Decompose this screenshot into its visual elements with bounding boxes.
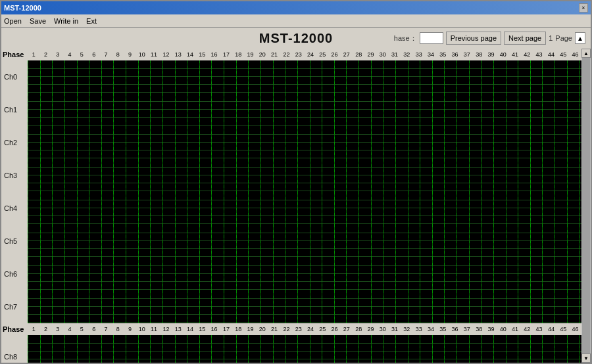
prev-page-button[interactable]: Previous page bbox=[446, 32, 501, 45]
channel-grid bbox=[28, 192, 581, 225]
phase-num: 6 bbox=[87, 51, 99, 58]
phase-num: 18 bbox=[232, 326, 244, 332]
phase-num: 18 bbox=[232, 51, 244, 58]
channel-row: Ch7 bbox=[1, 290, 581, 323]
window-title: MST-12000 bbox=[4, 4, 41, 12]
phase-num: 46 bbox=[569, 51, 581, 58]
menu-ext[interactable]: Ext bbox=[86, 17, 97, 25]
channel-label: Ch1 bbox=[1, 93, 28, 126]
page-number: 1 bbox=[549, 34, 553, 42]
channel-label: Ch3 bbox=[1, 159, 28, 192]
menu-open[interactable]: Open bbox=[4, 17, 22, 25]
phase-num: 33 bbox=[413, 51, 425, 58]
page-spinner[interactable]: ▲ bbox=[575, 32, 585, 44]
phase-num: 42 bbox=[521, 326, 533, 332]
phase-num: 15 bbox=[196, 51, 208, 58]
phase-num: 35 bbox=[437, 326, 449, 332]
phase-num: 15 bbox=[196, 326, 208, 332]
phase-num: 3 bbox=[52, 326, 64, 332]
phase-num: 16 bbox=[208, 51, 220, 58]
channel-row: Ch5 bbox=[1, 225, 581, 258]
phase-num: 46 bbox=[569, 326, 581, 332]
phase-num: 24 bbox=[305, 51, 316, 58]
phase-num: 13 bbox=[172, 51, 184, 58]
phase-label: Phase bbox=[1, 51, 28, 58]
phase-num: 23 bbox=[293, 51, 305, 58]
channel-label: Ch7 bbox=[1, 290, 28, 323]
close-button[interactable]: × bbox=[579, 3, 588, 12]
phase-num: 10 bbox=[136, 326, 148, 332]
channel-row: Ch6 bbox=[1, 258, 581, 290]
phase-num: 16 bbox=[208, 326, 220, 332]
phase-num: 7 bbox=[100, 51, 112, 58]
main-window: MST-12000 × Open Save Write in Ext MST-1… bbox=[0, 0, 592, 364]
phase-num: 17 bbox=[220, 326, 232, 332]
scrollbar[interactable]: ▲ ▼ bbox=[581, 49, 591, 363]
phase-num: 1 bbox=[28, 326, 39, 332]
phase-num: 32 bbox=[401, 51, 412, 58]
phase-num: 4 bbox=[64, 326, 76, 332]
phase-num: 38 bbox=[473, 51, 485, 58]
phase-num: 29 bbox=[364, 326, 376, 332]
channel-grid bbox=[28, 60, 581, 93]
phase-num: 43 bbox=[533, 51, 545, 58]
phase-num: 2 bbox=[39, 326, 51, 332]
channel-label: Ch8 bbox=[1, 335, 28, 363]
phase-num: 24 bbox=[305, 326, 316, 332]
phase-num: 17 bbox=[220, 51, 232, 58]
channel-grid bbox=[28, 335, 581, 363]
phase-num: 8 bbox=[112, 51, 124, 58]
phase-num: 37 bbox=[461, 326, 473, 332]
phase-num: 45 bbox=[557, 326, 569, 332]
main-content: Phase12345678910111213141516171819202122… bbox=[1, 49, 591, 363]
channel-label: Ch0 bbox=[1, 60, 28, 93]
phase-num: 42 bbox=[521, 51, 533, 58]
channel-grid bbox=[28, 225, 581, 258]
phase-num: 41 bbox=[509, 51, 521, 58]
title-bar: MST-12000 × bbox=[1, 1, 591, 14]
phase-num: 33 bbox=[413, 326, 425, 332]
scroll-down-button[interactable]: ▼ bbox=[581, 353, 591, 363]
phase-num: 3 bbox=[52, 51, 64, 58]
channel-row: Ch1 bbox=[1, 93, 581, 126]
phase-num: 30 bbox=[377, 326, 389, 332]
phase-num: 44 bbox=[545, 326, 557, 332]
phase-num: 21 bbox=[268, 51, 280, 58]
menu-save[interactable]: Save bbox=[30, 17, 46, 25]
phase-num: 9 bbox=[124, 326, 136, 332]
phase-num: 25 bbox=[316, 51, 328, 58]
channel-grid bbox=[28, 93, 581, 126]
channel-label: Ch4 bbox=[1, 192, 28, 225]
phase-num: 14 bbox=[184, 326, 196, 332]
phase-num: 19 bbox=[244, 326, 256, 332]
header-row: MST-12000 hase： Previous page Next page … bbox=[1, 28, 591, 49]
hase-input[interactable] bbox=[420, 32, 443, 44]
menu-write-in[interactable]: Write in bbox=[54, 17, 78, 25]
phase-num: 5 bbox=[76, 51, 87, 58]
chart-area[interactable]: Phase12345678910111213141516171819202122… bbox=[1, 49, 581, 363]
scroll-track[interactable] bbox=[582, 58, 590, 353]
phase-num: 9 bbox=[124, 51, 136, 58]
channel-label: Ch6 bbox=[1, 258, 28, 290]
phase-num: 27 bbox=[341, 326, 353, 332]
phase-num: 11 bbox=[148, 51, 160, 58]
phase-num: 21 bbox=[268, 326, 280, 332]
channel-row: Ch8 bbox=[1, 335, 581, 363]
phase-num: 10 bbox=[136, 51, 148, 58]
phase-num: 22 bbox=[280, 51, 292, 58]
scroll-up-button[interactable]: ▲ bbox=[581, 49, 591, 58]
phase-num: 37 bbox=[461, 51, 473, 58]
phase-num: 1 bbox=[28, 51, 39, 58]
phase-num: 20 bbox=[257, 51, 268, 58]
next-page-button[interactable]: Next page bbox=[504, 32, 546, 45]
phase-row: Phase12345678910111213141516171819202122… bbox=[1, 323, 581, 335]
channel-grid bbox=[28, 126, 581, 159]
phase-num: 39 bbox=[485, 326, 497, 332]
phase-num: 41 bbox=[509, 326, 521, 332]
phase-num: 28 bbox=[353, 51, 364, 58]
phase-num: 34 bbox=[425, 51, 437, 58]
phase-num: 32 bbox=[401, 326, 412, 332]
phase-num: 7 bbox=[100, 326, 112, 332]
phase-num: 45 bbox=[557, 51, 569, 58]
phase-num: 12 bbox=[160, 51, 172, 58]
